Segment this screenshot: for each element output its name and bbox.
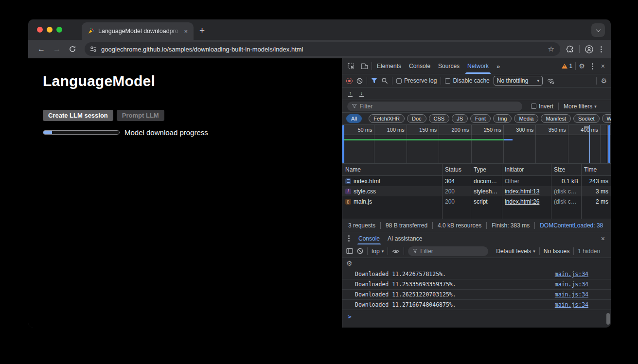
back-button[interactable]: ←: [35, 43, 48, 55]
timeline-right-handle[interactable]: [608, 125, 610, 163]
scrollbar-thumb[interactable]: [606, 313, 610, 325]
divider: [388, 247, 388, 255]
filter-chip-media[interactable]: Media: [514, 114, 538, 123]
panel-tab-network[interactable]: Network: [463, 58, 493, 74]
hidden-messages-count[interactable]: 1 hidden: [578, 248, 600, 255]
browser-tab[interactable]: LanguageModel downloadpro ×: [82, 22, 194, 40]
forward-button[interactable]: →: [51, 43, 63, 55]
prompt-llm-button[interactable]: Prompt LLM: [117, 110, 164, 121]
column-header-type[interactable]: Type: [471, 166, 502, 173]
inspect-element-button[interactable]: [345, 63, 357, 70]
stylesheet-file-icon: [345, 189, 351, 194]
column-divider: [471, 164, 471, 219]
invert-checkbox[interactable]: Invert: [531, 103, 553, 110]
console-sidebar-button[interactable]: [346, 248, 353, 254]
initiator-link[interactable]: index.html:26: [505, 198, 539, 205]
console-message-row[interactable]: Downloaded 11.27166748046875%.main.js:34: [342, 299, 611, 310]
drawer-close-button[interactable]: ×: [598, 235, 608, 243]
console-message-row[interactable]: Downloaded 11.26251220703125%.main.js:34: [342, 289, 611, 299]
console-settings-button[interactable]: ⚙: [346, 260, 353, 267]
console-filter-input[interactable]: [420, 248, 483, 255]
create-llm-session-button[interactable]: Create LLM session: [43, 110, 113, 121]
network-request-row[interactable]: style.css200stylesh…index.html:13(disk c…: [342, 186, 611, 196]
filter-toggle-button[interactable]: [371, 78, 377, 84]
bookmark-star-icon[interactable]: ☆: [547, 45, 555, 53]
issues-counter[interactable]: No Issues: [544, 248, 569, 255]
column-header-size[interactable]: Size: [551, 166, 581, 173]
browser-menu-icon[interactable]: [601, 49, 602, 50]
filter-chip-css[interactable]: CSS: [429, 114, 450, 123]
column-header-initiator[interactable]: Initiator: [502, 166, 551, 173]
device-toolbar-button[interactable]: [358, 63, 371, 70]
profile-button[interactable]: [585, 45, 594, 54]
drawer-menu-icon[interactable]: [348, 238, 350, 239]
drawer-tab-ai-assistance[interactable]: AI assistance: [384, 232, 426, 244]
window-minimize-button[interactable]: [47, 27, 53, 33]
filter-chip-all[interactable]: All: [346, 114, 362, 123]
script-file-icon: [345, 199, 351, 205]
filter-chip-img[interactable]: Img: [493, 114, 512, 123]
filter-chip-js[interactable]: JS: [452, 114, 468, 123]
search-button[interactable]: [381, 77, 388, 84]
network-filter-input[interactable]: [360, 103, 517, 110]
disable-cache-checkbox[interactable]: Disable cache: [445, 77, 489, 84]
console-message-row[interactable]: Downloaded 11.24267578125%.main.js:34: [342, 269, 611, 279]
issues-warning-badge[interactable]: 1: [560, 63, 575, 69]
window-zoom-button[interactable]: [56, 27, 62, 33]
devtools-close-button[interactable]: ×: [598, 62, 608, 70]
initiator-link[interactable]: index.html:13: [505, 188, 539, 195]
column-header-status[interactable]: Status: [442, 166, 471, 173]
tab-close-icon[interactable]: ×: [182, 27, 190, 35]
export-har-button[interactable]: ↓: [359, 91, 364, 97]
panel-tab-elements[interactable]: Elements: [373, 58, 405, 74]
column-header-time[interactable]: Time: [581, 166, 611, 173]
panel-tab-console[interactable]: Console: [405, 58, 434, 74]
filter-chip-manifest[interactable]: Manifest: [541, 114, 571, 123]
status-value: 200: [445, 188, 455, 195]
tab-search-button[interactable]: [591, 23, 605, 37]
column-header-name[interactable]: Name: [342, 166, 442, 173]
clear-console-button[interactable]: [357, 248, 363, 254]
filter-chip-doc[interactable]: Doc: [407, 114, 426, 123]
more-panels-button[interactable]: »: [494, 63, 503, 70]
more-filters-dropdown[interactable]: More filters ▾: [564, 103, 597, 110]
extensions-button[interactable]: [566, 45, 574, 53]
preserve-log-checkbox[interactable]: Preserve log: [396, 77, 437, 84]
record-network-log-button[interactable]: [346, 78, 353, 84]
console-prompt[interactable]: >: [342, 310, 611, 328]
new-tab-button[interactable]: +: [194, 25, 211, 36]
live-expression-button[interactable]: [392, 248, 400, 254]
site-settings-icon[interactable]: [89, 45, 97, 53]
panel-tab-sources[interactable]: Sources: [434, 58, 463, 74]
filter-chip-wasm[interactable]: Wasm: [602, 114, 611, 123]
javascript-context-dropdown[interactable]: top ▾: [372, 248, 384, 255]
devtools-settings-button[interactable]: ⚙: [577, 62, 587, 70]
network-request-row[interactable]: index.html304docum…Other0.1 kB243 ms: [342, 176, 611, 186]
console-source-link[interactable]: main.js:34: [555, 281, 588, 288]
console-source-link[interactable]: main.js:34: [555, 291, 588, 298]
address-bar[interactable]: googlechrome.github.io/samples/downloadi…: [85, 42, 560, 56]
checkbox-icon: [445, 78, 450, 84]
log-levels-dropdown[interactable]: Default levels ▾: [496, 248, 535, 255]
console-source-link[interactable]: main.js:34: [555, 301, 588, 308]
filter-chip-font[interactable]: Font: [470, 114, 491, 123]
filter-chip-socket[interactable]: Socket: [573, 114, 600, 123]
throttling-dropdown[interactable]: No throttling ▾: [494, 76, 543, 86]
network-conditions-button[interactable]: [547, 77, 554, 84]
window-close-button[interactable]: [37, 27, 43, 33]
import-har-button[interactable]: ↑: [348, 91, 353, 97]
console-message-row[interactable]: Downloaded 11.25335693359375%.main.js:34: [342, 279, 611, 289]
clear-network-log-button[interactable]: [356, 78, 363, 84]
devtools-menu-icon[interactable]: [592, 66, 593, 67]
network-overview-timeline[interactable]: 50 ms100 ms150 ms200 ms250 ms300 ms350 m…: [342, 125, 611, 164]
profile-avatar-icon: [585, 45, 594, 54]
drawer-tab-console[interactable]: Console: [354, 232, 384, 244]
divider: [441, 77, 441, 85]
console-source-link[interactable]: main.js:34: [555, 271, 588, 277]
filter-chip-fetchxhr[interactable]: Fetch/XHR: [369, 114, 405, 123]
cell-initiator: index.html:13: [502, 188, 551, 195]
network-settings-button[interactable]: ⚙: [601, 77, 607, 85]
timeline-left-handle[interactable]: [342, 125, 344, 163]
network-request-row[interactable]: main.js200scriptindex.html:26(disk c…2 m…: [342, 196, 611, 207]
reload-button[interactable]: [66, 43, 79, 55]
